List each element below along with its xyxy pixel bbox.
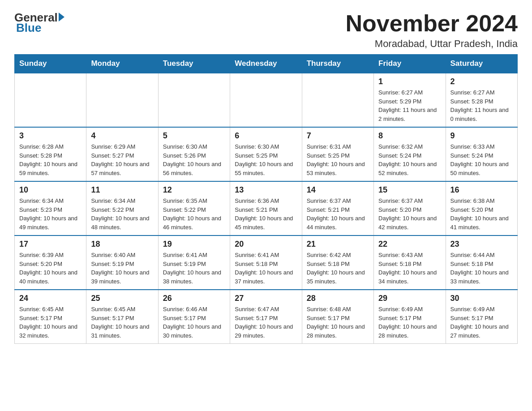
day-number: 22 bbox=[378, 240, 441, 249]
day-info: Sunrise: 6:32 AMSunset: 5:24 PMDaylight:… bbox=[378, 142, 441, 177]
day-number: 18 bbox=[91, 240, 153, 249]
calendar-cell: 30Sunrise: 6:49 AMSunset: 5:17 PMDayligh… bbox=[446, 290, 517, 344]
calendar-cell: 27Sunrise: 6:47 AMSunset: 5:17 PMDayligh… bbox=[230, 290, 302, 344]
calendar-cell: 3Sunrise: 6:28 AMSunset: 5:28 PMDaylight… bbox=[15, 127, 86, 181]
calendar-cell: 2Sunrise: 6:27 AMSunset: 5:28 PMDaylight… bbox=[446, 73, 517, 127]
weekday-header-friday: Friday bbox=[374, 55, 446, 73]
title-block: November 2024 Moradabad, Uttar Pradesh, … bbox=[346, 11, 518, 50]
calendar-cell: 6Sunrise: 6:30 AMSunset: 5:25 PMDaylight… bbox=[230, 127, 302, 181]
calendar-cell: 18Sunrise: 6:40 AMSunset: 5:19 PMDayligh… bbox=[86, 235, 158, 290]
day-number: 10 bbox=[19, 185, 82, 195]
location-title: Moradabad, Uttar Pradesh, India bbox=[346, 38, 518, 50]
day-info: Sunrise: 6:27 AMSunset: 5:28 PMDaylight:… bbox=[450, 88, 513, 123]
day-info: Sunrise: 6:42 AMSunset: 5:18 PMDaylight:… bbox=[307, 251, 369, 286]
day-info: Sunrise: 6:41 AMSunset: 5:18 PMDaylight:… bbox=[235, 251, 297, 286]
day-number: 27 bbox=[235, 294, 297, 303]
calendar-cell: 26Sunrise: 6:46 AMSunset: 5:17 PMDayligh… bbox=[158, 290, 230, 344]
calendar-cell bbox=[86, 73, 158, 127]
day-info: Sunrise: 6:29 AMSunset: 5:27 PMDaylight:… bbox=[91, 142, 153, 177]
day-info: Sunrise: 6:49 AMSunset: 5:17 PMDaylight:… bbox=[450, 305, 513, 340]
day-info: Sunrise: 6:31 AMSunset: 5:25 PMDaylight:… bbox=[307, 142, 369, 177]
day-number: 3 bbox=[19, 131, 82, 141]
day-number: 5 bbox=[163, 131, 225, 141]
week-row-2: 3Sunrise: 6:28 AMSunset: 5:28 PMDaylight… bbox=[15, 127, 518, 181]
calendar-header-row: SundayMondayTuesdayWednesdayThursdayFrid… bbox=[15, 55, 518, 73]
day-number: 20 bbox=[235, 240, 297, 249]
calendar-cell: 14Sunrise: 6:37 AMSunset: 5:21 PMDayligh… bbox=[302, 181, 373, 235]
week-row-5: 24Sunrise: 6:45 AMSunset: 5:17 PMDayligh… bbox=[15, 290, 518, 344]
day-info: Sunrise: 6:48 AMSunset: 5:17 PMDaylight:… bbox=[307, 305, 369, 340]
day-number: 16 bbox=[450, 185, 513, 195]
day-number: 30 bbox=[450, 294, 513, 303]
day-info: Sunrise: 6:49 AMSunset: 5:17 PMDaylight:… bbox=[378, 305, 441, 340]
calendar-cell: 22Sunrise: 6:43 AMSunset: 5:18 PMDayligh… bbox=[374, 235, 446, 290]
day-number: 28 bbox=[307, 294, 369, 303]
calendar-cell: 8Sunrise: 6:32 AMSunset: 5:24 PMDaylight… bbox=[374, 127, 446, 181]
day-number: 9 bbox=[450, 131, 513, 141]
day-number: 8 bbox=[378, 131, 441, 141]
day-info: Sunrise: 6:43 AMSunset: 5:18 PMDaylight:… bbox=[378, 251, 441, 286]
day-info: Sunrise: 6:45 AMSunset: 5:17 PMDaylight:… bbox=[19, 305, 82, 340]
calendar-cell: 17Sunrise: 6:39 AMSunset: 5:20 PMDayligh… bbox=[15, 235, 86, 290]
day-info: Sunrise: 6:41 AMSunset: 5:19 PMDaylight:… bbox=[163, 251, 225, 286]
month-title: November 2024 bbox=[346, 11, 518, 36]
weekday-header-sunday: Sunday bbox=[15, 55, 86, 73]
calendar-cell bbox=[302, 73, 373, 127]
calendar-cell: 29Sunrise: 6:49 AMSunset: 5:17 PMDayligh… bbox=[374, 290, 446, 344]
day-number: 6 bbox=[235, 131, 297, 141]
day-number: 11 bbox=[91, 185, 153, 195]
calendar-cell bbox=[15, 73, 86, 127]
weekday-header-saturday: Saturday bbox=[446, 55, 517, 73]
weekday-header-tuesday: Tuesday bbox=[158, 55, 230, 73]
day-info: Sunrise: 6:38 AMSunset: 5:20 PMDaylight:… bbox=[450, 197, 513, 231]
day-number: 23 bbox=[450, 240, 513, 249]
day-number: 26 bbox=[163, 294, 225, 303]
logo-triangle-icon bbox=[59, 13, 64, 21]
day-info: Sunrise: 6:44 AMSunset: 5:18 PMDaylight:… bbox=[450, 251, 513, 286]
day-info: Sunrise: 6:46 AMSunset: 5:17 PMDaylight:… bbox=[163, 305, 225, 340]
day-number: 7 bbox=[307, 131, 369, 141]
day-info: Sunrise: 6:28 AMSunset: 5:28 PMDaylight:… bbox=[19, 142, 82, 177]
day-number: 19 bbox=[163, 240, 225, 249]
day-number: 29 bbox=[378, 294, 441, 303]
calendar-cell: 24Sunrise: 6:45 AMSunset: 5:17 PMDayligh… bbox=[15, 290, 86, 344]
day-info: Sunrise: 6:47 AMSunset: 5:17 PMDaylight:… bbox=[235, 305, 297, 340]
day-info: Sunrise: 6:30 AMSunset: 5:25 PMDaylight:… bbox=[235, 142, 297, 177]
calendar-cell bbox=[230, 73, 302, 127]
day-info: Sunrise: 6:37 AMSunset: 5:20 PMDaylight:… bbox=[378, 197, 441, 231]
calendar-cell: 12Sunrise: 6:35 AMSunset: 5:22 PMDayligh… bbox=[158, 181, 230, 235]
day-number: 4 bbox=[91, 131, 153, 141]
calendar-cell: 4Sunrise: 6:29 AMSunset: 5:27 PMDaylight… bbox=[86, 127, 158, 181]
calendar-cell: 19Sunrise: 6:41 AMSunset: 5:19 PMDayligh… bbox=[158, 235, 230, 290]
calendar-cell: 9Sunrise: 6:33 AMSunset: 5:24 PMDaylight… bbox=[446, 127, 517, 181]
calendar-cell: 7Sunrise: 6:31 AMSunset: 5:25 PMDaylight… bbox=[302, 127, 373, 181]
calendar-cell: 13Sunrise: 6:36 AMSunset: 5:21 PMDayligh… bbox=[230, 181, 302, 235]
calendar-cell: 1Sunrise: 6:27 AMSunset: 5:29 PMDaylight… bbox=[374, 73, 446, 127]
day-number: 24 bbox=[19, 294, 82, 303]
weekday-header-wednesday: Wednesday bbox=[230, 55, 302, 73]
calendar-cell: 21Sunrise: 6:42 AMSunset: 5:18 PMDayligh… bbox=[302, 235, 373, 290]
calendar-cell: 15Sunrise: 6:37 AMSunset: 5:20 PMDayligh… bbox=[374, 181, 446, 235]
page-header: General Blue November 2024 Moradabad, Ut… bbox=[14, 11, 518, 50]
day-number: 15 bbox=[378, 185, 441, 195]
calendar-cell: 11Sunrise: 6:34 AMSunset: 5:22 PMDayligh… bbox=[86, 181, 158, 235]
day-info: Sunrise: 6:34 AMSunset: 5:22 PMDaylight:… bbox=[91, 197, 153, 231]
calendar-cell: 10Sunrise: 6:34 AMSunset: 5:23 PMDayligh… bbox=[15, 181, 86, 235]
day-info: Sunrise: 6:40 AMSunset: 5:19 PMDaylight:… bbox=[91, 251, 153, 286]
day-info: Sunrise: 6:33 AMSunset: 5:24 PMDaylight:… bbox=[450, 142, 513, 177]
day-number: 21 bbox=[307, 240, 369, 249]
calendar-cell: 23Sunrise: 6:44 AMSunset: 5:18 PMDayligh… bbox=[446, 235, 517, 290]
calendar-cell: 16Sunrise: 6:38 AMSunset: 5:20 PMDayligh… bbox=[446, 181, 517, 235]
day-info: Sunrise: 6:30 AMSunset: 5:26 PMDaylight:… bbox=[163, 142, 225, 177]
day-info: Sunrise: 6:36 AMSunset: 5:21 PMDaylight:… bbox=[235, 197, 297, 231]
day-number: 2 bbox=[450, 77, 513, 86]
day-info: Sunrise: 6:34 AMSunset: 5:23 PMDaylight:… bbox=[19, 197, 82, 231]
week-row-3: 10Sunrise: 6:34 AMSunset: 5:23 PMDayligh… bbox=[15, 181, 518, 235]
day-number: 12 bbox=[163, 185, 225, 195]
day-info: Sunrise: 6:37 AMSunset: 5:21 PMDaylight:… bbox=[307, 197, 369, 231]
day-number: 1 bbox=[378, 77, 441, 86]
day-info: Sunrise: 6:27 AMSunset: 5:29 PMDaylight:… bbox=[378, 88, 441, 123]
day-number: 25 bbox=[91, 294, 153, 303]
day-info: Sunrise: 6:45 AMSunset: 5:17 PMDaylight:… bbox=[91, 305, 153, 340]
calendar-cell: 28Sunrise: 6:48 AMSunset: 5:17 PMDayligh… bbox=[302, 290, 373, 344]
